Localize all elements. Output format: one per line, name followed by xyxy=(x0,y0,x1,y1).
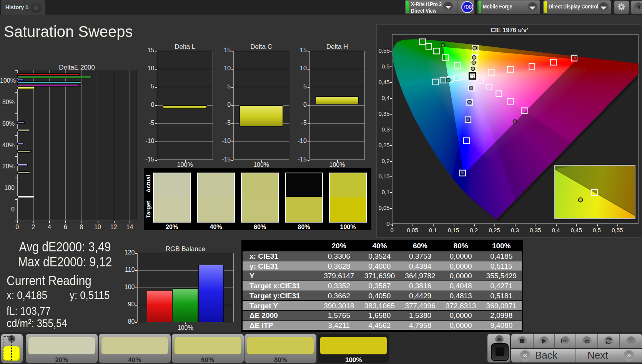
svg-text:∞: ∞ xyxy=(584,337,590,345)
